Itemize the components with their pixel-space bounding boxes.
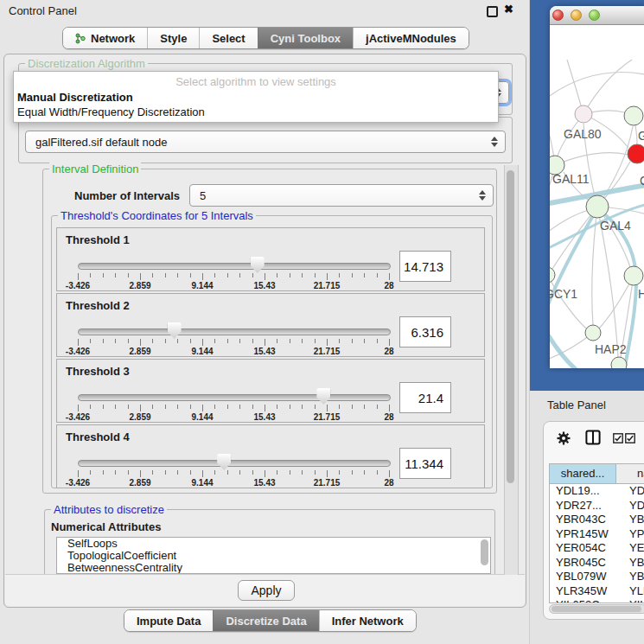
network-node[interactable] (586, 195, 609, 218)
apply-button[interactable]: Apply (238, 580, 295, 601)
network-edge-highlighted[interactable] (550, 329, 577, 368)
network-edge[interactable] (555, 153, 628, 165)
network-edge[interactable] (583, 60, 632, 114)
zoom-traffic-light-icon[interactable] (589, 10, 600, 21)
attributes-group-label: Attributes to discretize (51, 503, 167, 516)
slider-thumb[interactable] (251, 257, 265, 273)
table-row[interactable]: YDL19...YDL19... (550, 484, 644, 499)
cell-name: YBR043C (615, 513, 644, 527)
split-columns-icon[interactable] (585, 430, 601, 445)
float-window-icon[interactable] (487, 6, 498, 17)
table-row[interactable]: YER054CYER054C (550, 541, 644, 556)
tick-mark (277, 339, 277, 343)
attribute-item-topologicalcoefficient[interactable]: TopologicalCoefficient (57, 550, 490, 562)
slider-track[interactable] (78, 328, 391, 335)
checkbox-icon[interactable] (625, 433, 635, 443)
slider-thumb[interactable] (217, 454, 231, 470)
attribute-item-selfloops[interactable]: SelfLoops (57, 538, 490, 550)
network-edge[interactable] (550, 73, 644, 100)
network-node[interactable] (611, 357, 627, 368)
attribute-item-betweennesscentrality[interactable]: BetweennessCentrality (57, 562, 490, 574)
tab-jactivemnodules[interactable]: jActiveMNodules (353, 28, 469, 48)
tick-mark (377, 273, 378, 277)
network-node[interactable] (550, 267, 555, 283)
network-edge[interactable] (550, 275, 586, 328)
threshold-value-field[interactable]: 14.713 (399, 251, 451, 282)
slider-track[interactable] (78, 460, 391, 467)
table-row[interactable]: YBR045CYBR045C (550, 556, 644, 571)
table-horizontal-scrollbar[interactable] (549, 604, 644, 614)
table-row[interactable]: YLR345WYLR345W (550, 584, 644, 599)
tick-mark (202, 339, 203, 346)
cell-name: YER054C (615, 541, 644, 556)
popup-option-manual-discretization[interactable]: Manual Discretization (14, 90, 498, 105)
panel-scrollbar-thumb[interactable] (507, 170, 514, 483)
tick-mark (352, 273, 353, 277)
tick-label: 9.144 (191, 281, 213, 290)
tab-discretize-data[interactable]: Discretize Data (213, 610, 318, 631)
network-node[interactable] (624, 106, 643, 125)
panel-scrollbar[interactable] (504, 165, 519, 575)
network-node[interactable] (585, 325, 601, 341)
column-header-name[interactable]: name (616, 464, 644, 483)
slider-thumb[interactable] (316, 388, 330, 405)
table-data-combo[interactable]: galFiltered.sif default node (25, 131, 506, 153)
tick-mark (152, 273, 153, 277)
tick-mark (227, 339, 228, 343)
number-of-intervals-label: Number of Intervals (74, 189, 180, 202)
table-row[interactable]: YPR145WYPR145W (550, 527, 644, 542)
tick-mark (277, 470, 277, 475)
table-row[interactable]: YDR27...YDR27... (550, 499, 644, 513)
minimize-traffic-light-icon[interactable] (571, 10, 582, 21)
threshold-value-field[interactable]: 21.4 (399, 382, 451, 413)
cell-shared-name: YIL052C (550, 598, 615, 603)
gear-icon[interactable] (556, 430, 571, 446)
tick-mark (165, 273, 166, 277)
network-node[interactable] (624, 266, 643, 285)
slider-track[interactable] (78, 263, 391, 270)
tick-label: 2.859 (129, 347, 150, 356)
tick-label: 9.144 (191, 478, 213, 488)
network-canvas[interactable]: GAL80GACGAL11GAL4GCY1HHAP2 (550, 25, 644, 368)
checkbox-icon[interactable] (613, 433, 623, 443)
tick-mark (315, 339, 316, 343)
table-row[interactable]: YBL079WYBL079W (550, 570, 644, 584)
list-scrollbar[interactable] (481, 539, 488, 565)
threshold-slider[interactable]: -3.4262.8599.14415.4321.71528 (78, 360, 389, 424)
close-traffic-light-icon[interactable] (552, 10, 564, 21)
slider-thumb[interactable] (168, 322, 182, 339)
slider-track[interactable] (78, 394, 391, 401)
tick-mark (302, 405, 303, 409)
threshold-value-field[interactable]: 6.316 (399, 316, 451, 348)
tab-cyni-toolbox[interactable]: Cyni Toolbox (258, 28, 353, 48)
tick-mark (202, 470, 203, 477)
cell-name: YPR145W (615, 527, 644, 542)
tick-mark (389, 405, 390, 411)
tab-impute-data[interactable]: Impute Data (124, 610, 213, 631)
number-of-intervals-combo[interactable]: 5 (189, 184, 494, 207)
tick-label: 28 (384, 347, 393, 356)
cell-name: YDR27... (615, 499, 644, 513)
tab-label: Infer Network (332, 615, 404, 628)
tab-select[interactable]: Select (199, 28, 257, 48)
tab-style[interactable]: Style (147, 28, 199, 48)
popup-option-equal-width-frequency-discretization[interactable]: Equal Width/Frequency Discretization (14, 105, 498, 119)
table-row[interactable]: YBR043CYBR043C (550, 513, 644, 527)
tab-network[interactable]: Network (63, 28, 147, 48)
threshold-slider[interactable]: -3.4262.8599.14415.4321.71528 (78, 425, 389, 489)
column-header-shared-name[interactable]: shared... (550, 464, 616, 483)
table-hscroll-thumb[interactable] (552, 606, 641, 612)
network-window-titlebar[interactable] (550, 6, 644, 25)
network-node[interactable] (628, 144, 644, 163)
numerical-attributes-list[interactable]: SelfLoopsTopologicalCoefficientBetweenne… (56, 537, 491, 574)
network-node[interactable] (575, 105, 592, 123)
cell-shared-name: YLR345W (550, 584, 615, 599)
threshold-value-field[interactable]: 11.344 (399, 448, 451, 479)
tab-infer-network[interactable]: Infer Network (319, 610, 416, 631)
tick-mark (252, 470, 253, 475)
table-row[interactable]: YIL052CYIL052C (550, 598, 644, 603)
close-icon[interactable]: ✖ (504, 3, 513, 16)
threshold-slider[interactable]: -3.4262.8599.14415.4321.71528 (78, 294, 389, 358)
threshold-slider[interactable]: -3.4262.8599.14415.4321.71528 (78, 228, 389, 292)
screen: Control Panel ✖ NetworkStyleSelectCyni T… (0, 0, 644, 644)
